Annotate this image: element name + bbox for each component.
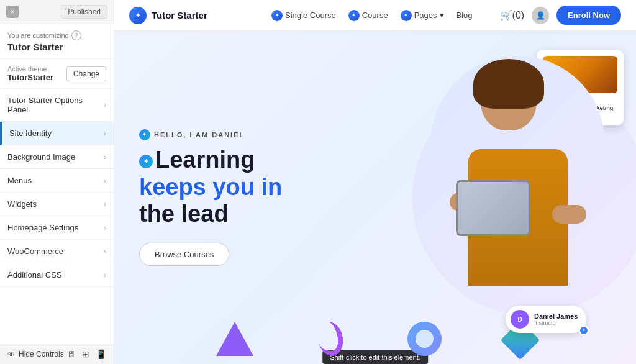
instructor-role: Instructor <box>534 320 578 326</box>
nav-actions: 🛒(0) 👤 Enroll Now <box>500 6 621 25</box>
logo-icon: ✦ <box>129 7 147 24</box>
pages-dropdown-icon: ▾ <box>440 11 444 20</box>
nav-links: ✦ Single Course ✦ Course ✦ Pages ▾ Blog <box>271 10 472 21</box>
help-icon[interactable]: ? <box>71 30 81 40</box>
course-icon: ✦ <box>348 10 360 21</box>
enroll-button[interactable]: Enroll Now <box>556 6 621 25</box>
panel-bottom-bar: 👁 Hide Controls 🖥 ⊞ 📱 <box>0 344 114 364</box>
menu-item-menus[interactable]: Menus › <box>0 169 114 193</box>
nav-pages[interactable]: ✦ Pages ▾ <box>401 10 444 21</box>
hero-section: ✦ HELLO, I AM DANIEL ✦Learning keeps you… <box>114 31 636 364</box>
menu-item-options-panel[interactable]: Tutor Starter Options Panel › <box>0 89 114 122</box>
customizing-label: You are customizing ? <box>7 30 106 40</box>
chevron-right-icon: › <box>104 176 106 185</box>
cart-count: (0) <box>512 10 525 20</box>
title-icon: ✦ <box>139 155 153 168</box>
close-button[interactable]: × <box>6 6 19 18</box>
instructor-avatar: D <box>511 310 529 329</box>
eye-icon: 👁 <box>7 350 15 358</box>
shape-hook <box>316 320 346 358</box>
chevron-right-icon: › <box>104 224 106 232</box>
menu-item-widgets[interactable]: Widgets › <box>0 193 114 216</box>
change-theme-button[interactable]: Change <box>66 66 106 81</box>
menu-item-site-identity[interactable]: Site Identity › <box>0 122 114 145</box>
chevron-right-icon: › <box>104 129 106 138</box>
chevron-right-icon: › <box>104 247 106 256</box>
user-avatar[interactable]: 👤 <box>532 7 549 24</box>
hero-title: ✦Learning keeps you in the lead <box>139 147 282 228</box>
panel-top-bar: × Published <box>0 0 114 24</box>
menu-item-additional-css[interactable]: Additional CSS › <box>0 263 114 287</box>
customizer-panel: × Published You are customizing ? Tutor … <box>0 0 114 364</box>
chevron-right-icon: › <box>104 153 106 162</box>
hide-controls-button[interactable]: 👁 Hide Controls <box>7 350 64 358</box>
menu-item-homepage-settings[interactable]: Homepage Settings › <box>0 216 114 240</box>
customizer-menu-list: Tutor Starter Options Panel › Site Ident… <box>0 89 114 344</box>
bottom-icons: 🖥 ⊞ 📱 <box>67 349 106 359</box>
hero-content: ✦ HELLO, I AM DANIEL ✦Learning keeps you… <box>114 111 307 284</box>
site-logo[interactable]: ✦ Tutor Starter <box>129 7 207 24</box>
pages-icon: ✦ <box>401 10 412 21</box>
nav-course[interactable]: ✦ Course <box>348 10 388 21</box>
shape-triangle <box>216 322 253 356</box>
active-theme-label: Active theme <box>7 65 53 73</box>
customizing-title: Tutor Starter <box>7 42 106 52</box>
desktop-icon[interactable]: 🖥 <box>67 349 76 359</box>
nav-blog[interactable]: Blog <box>457 11 473 20</box>
shape-torus <box>407 322 442 356</box>
customizing-section: You are customizing ? Tutor Starter <box>0 24 114 59</box>
site-preview: ✦ Tutor Starter ✦ Single Course ✦ Course… <box>114 0 636 364</box>
menu-item-woocommerce[interactable]: WooCommerce › <box>0 240 114 263</box>
published-badge: Published <box>61 5 107 19</box>
active-theme-section: Active theme TutorStarter Change <box>0 59 114 89</box>
browse-courses-button[interactable]: Browse Courses <box>139 243 229 266</box>
chevron-right-icon: › <box>104 271 106 280</box>
hello-tag: ✦ HELLO, I AM DANIEL <box>139 129 282 140</box>
instructor-badge: D Daniel James Instructor ✦ <box>506 306 586 333</box>
hello-icon: ✦ <box>139 129 150 140</box>
menu-item-background-image[interactable]: Background Image › <box>0 145 114 169</box>
active-theme-name: TutorStarter <box>7 73 53 82</box>
chevron-right-icon: › <box>104 200 106 209</box>
site-nav: ✦ Tutor Starter ✦ Single Course ✦ Course… <box>114 0 636 31</box>
logo-text: Tutor Starter <box>152 10 207 20</box>
cart-icon[interactable]: 🛒(0) <box>500 9 525 21</box>
instructor-name: Daniel James <box>534 312 578 320</box>
tablet-icon[interactable]: ⊞ <box>82 349 89 359</box>
single-course-icon: ✦ <box>271 10 283 21</box>
nav-single-course[interactable]: ✦ Single Course <box>271 10 336 21</box>
mobile-icon[interactable]: 📱 <box>96 349 106 359</box>
chevron-right-icon: › <box>104 101 106 109</box>
